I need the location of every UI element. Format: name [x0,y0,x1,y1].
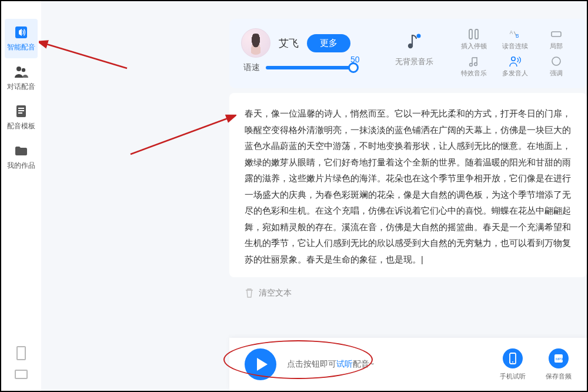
speed-value: 50 [350,55,360,64]
clear-text-button[interactable]: 清空文本 [245,288,587,298]
svg-rect-13 [552,32,561,36]
tool-label: 多发音人 [502,69,528,78]
svg-text:MP3: MP3 [556,357,563,361]
svg-point-8 [416,34,420,38]
tool-emphasis[interactable]: 强调 [537,55,575,78]
music-note-icon [405,32,425,52]
sidebar-item-dialog-dub[interactable]: 对话配音 [1,58,41,98]
folder-icon [14,143,29,158]
content-area: 艾飞 更多 语速 50 无背景音乐 [41,1,587,391]
play-button[interactable] [245,348,276,380]
svg-point-16 [512,57,515,61]
desktop-device-icon[interactable] [15,370,28,379]
sidebar-item-my-works[interactable]: 我的作品 [1,137,41,177]
tool-label: 强调 [550,69,563,78]
emphasis-icon [550,55,563,67]
sidebar-item-templates[interactable]: 配音模板 [1,98,41,137]
voice-avatar[interactable] [241,28,270,58]
background-music[interactable]: 无背景音乐 [387,28,442,71]
svg-text:A: A [510,30,513,35]
text-editor[interactable]: 春天，像一位温馨的诗人，悄然而至。它以一种无比柔和的方式，打开冬日的门扉，唤醒空… [229,93,587,277]
svg-rect-9 [469,29,472,39]
tool-multi-speaker[interactable]: 多发音人 [496,55,534,78]
tool-label: 特效音乐 [461,69,487,78]
speed-label: 语速 [243,62,260,73]
sidebar-item-label: 智能配音 [7,42,35,52]
svg-point-15 [475,63,477,66]
tool-label: 读音连续 [502,42,528,51]
trash-icon [245,288,254,298]
save-audio-button[interactable]: MP3 保存音频 [546,348,572,381]
tool-label: 插入停顿 [461,42,487,51]
hint-highlight: 试听 [336,359,353,368]
people-icon [14,64,29,79]
speaker-person-icon [509,55,522,67]
hint-suffix: 配音~ [353,359,374,368]
speaker-icon [14,25,29,40]
svg-rect-5 [18,110,24,111]
sidebar-item-label: 我的作品 [7,161,35,171]
svg-point-2 [22,68,25,72]
sidebar-item-smart-dub[interactable]: 智能配音 [5,19,38,58]
clear-text-label: 清空文本 [259,288,292,298]
sidebar: 智能配音 对话配音 配音模板 我的作品 [1,1,42,391]
mobile-circle-icon [503,348,523,368]
pause-icon [467,28,480,40]
tool-local[interactable]: 局部 [537,28,575,51]
voice-block: 艾飞 更多 语速 50 [241,28,376,73]
speed-slider[interactable] [266,66,354,69]
svg-point-1 [16,67,21,71]
sidebar-item-label: 配音模板 [7,121,35,131]
svg-rect-6 [18,112,22,114]
footer-bar: 点击按钮即可试听配音~ 手机试听 MP3 保存音频 [229,338,587,391]
segment-icon [550,28,563,40]
document-icon [14,104,29,119]
tool-insert-pause[interactable]: 插入停顿 [455,28,493,51]
play-hint: 点击按钮即可试听配音~ [287,359,374,370]
svg-point-7 [407,44,412,48]
settings-header: 艾飞 更多 语速 50 无背景音乐 [229,19,587,88]
svg-rect-10 [475,29,478,39]
play-icon [257,358,268,371]
voice-name: 艾飞 [279,36,299,50]
svg-text:B: B [516,34,519,39]
body-text: 春天，像一位温馨的诗人，悄然而至。它以一种无比柔和的方式，打开冬日的门扉，唤醒空… [245,109,571,264]
save-circle-icon: MP3 [549,348,569,368]
sidebar-item-label: 对话配音 [7,82,35,92]
ab-icon: AB [509,28,522,40]
svg-point-17 [552,57,560,65]
music-label: 无背景音乐 [395,57,433,67]
mobile-device-icon[interactable] [16,346,26,360]
svg-rect-4 [18,108,24,109]
mobile-preview-button[interactable]: 手机试听 [500,348,526,381]
more-voices-button[interactable]: 更多 [307,34,350,52]
speed-control: 语速 50 [241,62,376,73]
tool-label: 局部 [550,42,563,51]
main-panel: 艾飞 更多 语速 50 无背景音乐 [229,19,587,391]
sidebar-bottom [1,346,41,379]
save-audio-label: 保存音频 [546,372,572,381]
mobile-preview-label: 手机试听 [500,372,526,381]
tool-grid: 插入停顿 AB 读音连续 局部 特效音乐 [455,28,575,78]
tool-continuous-read[interactable]: AB 读音连续 [496,28,534,51]
hint-prefix: 点击按钮即可 [287,359,336,368]
tool-sound-effect[interactable]: 特效音乐 [455,55,493,78]
svg-point-19 [512,361,513,363]
music-effect-icon [467,55,480,67]
svg-point-14 [470,64,473,67]
